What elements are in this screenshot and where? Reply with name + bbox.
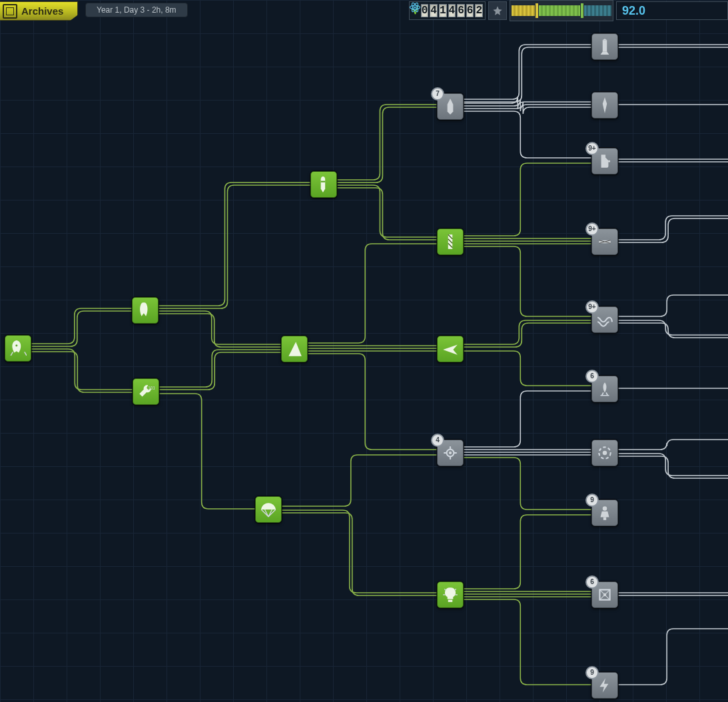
pointed-rocket-icon: [442, 98, 459, 115]
node-survivability[interactable]: [255, 496, 282, 523]
node-aerodynamics[interactable]: 9+: [591, 306, 618, 333]
large-rocket-icon: [596, 38, 613, 55]
mission-clock[interactable]: Year 1, Day 3 - 2h, 8m: [85, 3, 188, 17]
archives-icon: [3, 4, 17, 19]
funds-digit: 6: [457, 4, 465, 17]
part-count-badge: 9+: [585, 142, 599, 155]
wave-icon: [596, 311, 613, 328]
fin-icon: [286, 340, 303, 358]
funds-icon: √: [411, 5, 420, 17]
archives-tab[interactable]: Archives: [0, 1, 78, 21]
node-landing[interactable]: 6: [591, 376, 618, 402]
node-aviation[interactable]: [437, 336, 464, 362]
funds-digit: 4: [430, 4, 438, 17]
node-stability[interactable]: [281, 336, 308, 362]
reputation-bar[interactable]: [510, 0, 613, 21]
rocket-star-icon: [9, 340, 27, 357]
node-basic-science[interactable]: [437, 581, 464, 608]
resource-cluster: √ 0414662 92.0: [409, 1, 728, 20]
part-count-badge: 4: [431, 434, 444, 447]
funds-digit: 4: [448, 4, 456, 17]
bolt-icon: [596, 677, 613, 694]
part-count-badge: 7: [431, 87, 444, 101]
node-heavy-rocketry[interactable]: [591, 33, 618, 60]
archives-label: Archives: [21, 5, 63, 17]
part-count-badge: 6: [585, 370, 599, 383]
wrench-101-icon: [137, 383, 155, 400]
node-start[interactable]: [5, 335, 31, 362]
part-count-badge: 6: [585, 575, 599, 589]
tall-rocket-icon: [315, 176, 332, 193]
part-count-badge: 9: [585, 494, 599, 507]
top-bar: Archives Year 1, Day 3 - 2h, 8m √ 041466…: [0, 0, 728, 21]
node-fuel-systems[interactable]: 9+: [591, 148, 618, 175]
sas-ring-icon: [596, 444, 613, 462]
node-space-exploration[interactable]: 9: [591, 500, 618, 526]
chip-icon: [596, 586, 613, 603]
node-basic-rocketry[interactable]: [132, 297, 159, 324]
part-count-badge: 9+: [585, 300, 599, 314]
reputation-star-button[interactable]: [488, 1, 507, 20]
funds-digit: 0: [421, 4, 429, 17]
part-count-badge: 9+: [585, 222, 599, 236]
node-engineering-101[interactable]: [133, 378, 159, 405]
node-flight-control[interactable]: 4: [437, 440, 464, 466]
star-icon: [492, 5, 503, 16]
part-count-badge: 9: [585, 666, 599, 679]
node-propulsion[interactable]: [591, 92, 618, 119]
small-rocket-icon: [137, 302, 154, 319]
beam-x-icon: [596, 233, 613, 250]
funds-digit: 6: [466, 4, 474, 17]
node-advanced-rocketry[interactable]: 7: [437, 93, 464, 120]
science-value: 92.0: [622, 4, 645, 18]
bulb-icon: [442, 586, 459, 603]
node-general-construction[interactable]: [437, 228, 464, 255]
plane-icon: [442, 340, 459, 358]
science-counter[interactable]: 92.0: [616, 1, 728, 20]
node-general-rocketry[interactable]: [310, 171, 337, 198]
fuel-icon: [596, 153, 613, 170]
eva-icon: [596, 504, 613, 522]
parachute-icon: [260, 501, 277, 518]
girder-icon: [442, 233, 459, 250]
node-adv-flight-control[interactable]: [591, 440, 618, 466]
node-electrics[interactable]: 6: [591, 581, 618, 608]
funds-digit: 2: [475, 4, 483, 17]
funds-digit: 1: [439, 4, 447, 17]
funds-counter[interactable]: √ 0414662: [409, 1, 486, 20]
landing-icon: [596, 380, 613, 398]
node-advanced-construction[interactable]: 9+: [591, 228, 618, 255]
node-electrics-2[interactable]: 9: [591, 672, 618, 699]
spear-rocket-icon: [596, 97, 613, 114]
gyro-icon: [442, 444, 459, 462]
mission-clock-label: Year 1, Day 3 - 2h, 8m: [97, 5, 177, 15]
tech-tree-connectors: [0, 0, 728, 702]
